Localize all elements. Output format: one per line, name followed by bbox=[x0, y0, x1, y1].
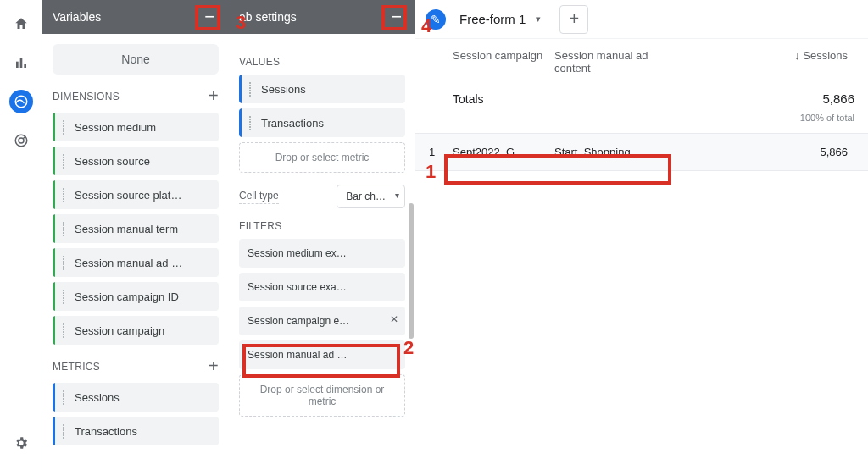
scrollbar[interactable] bbox=[409, 34, 414, 470]
variables-header: Variables − bbox=[42, 0, 229, 34]
collapse-variables-button[interactable]: − bbox=[201, 8, 219, 26]
dimensions-label: DIMENSIONS bbox=[53, 91, 120, 102]
explore-icon[interactable] bbox=[9, 90, 33, 113]
totals-value: 5,866 bbox=[484, 91, 854, 106]
row-sessions: 5,866 bbox=[682, 146, 854, 158]
dimension-chip[interactable]: Session manual ad … bbox=[53, 248, 219, 277]
tab-name[interactable]: Free-form 1 bbox=[454, 7, 544, 31]
cell-type-select[interactable]: Bar ch… bbox=[337, 185, 405, 208]
report-area: ✎ Free-form 1 + Session campaign Session… bbox=[415, 0, 868, 470]
filters-drop-zone[interactable]: Drop or select dimension or metric bbox=[239, 374, 405, 417]
row-ad-content: Start_Shopping_… bbox=[554, 146, 682, 158]
nav-rail bbox=[0, 0, 42, 470]
value-chip[interactable]: Transactions bbox=[239, 108, 405, 137]
table-row[interactable]: 1 Sept2022_G… Start_Shopping_… 5,866 bbox=[415, 133, 868, 171]
variables-panel: Variables − None DIMENSIONS + Session me… bbox=[42, 0, 229, 470]
filter-chip[interactable]: Session campaign e…✕ bbox=[239, 307, 405, 335]
values-label: VALUES bbox=[239, 56, 280, 68]
dimension-chip[interactable]: Session manual term bbox=[53, 214, 219, 243]
filters-label: FILTERS bbox=[239, 220, 282, 232]
cell-type-label: Cell type bbox=[239, 190, 279, 204]
svg-point-5 bbox=[19, 138, 24, 143]
advertising-icon[interactable] bbox=[9, 129, 33, 152]
row-index: 1 bbox=[429, 146, 453, 158]
filter-chip[interactable]: Session source exa… bbox=[239, 273, 405, 301]
table-headers: Session campaign Session manual ad conte… bbox=[415, 39, 868, 75]
metric-chip[interactable]: Sessions bbox=[53, 383, 219, 412]
home-icon[interactable] bbox=[9, 12, 33, 36]
svg-rect-0 bbox=[16, 62, 19, 68]
variables-title: Variables bbox=[53, 10, 101, 24]
add-tab-button[interactable]: + bbox=[559, 5, 588, 34]
dimension-chip[interactable]: Session source plat… bbox=[53, 180, 219, 209]
filter-chip[interactable]: Session medium ex… bbox=[239, 239, 405, 268]
totals-label: Totals bbox=[429, 92, 484, 106]
column-session-manual-ad-content[interactable]: Session manual ad content bbox=[554, 49, 682, 75]
tab-settings-title: ab settings bbox=[239, 10, 297, 24]
dimension-chip[interactable]: Session medium bbox=[53, 113, 219, 141]
svg-rect-2 bbox=[24, 64, 26, 68]
column-session-campaign[interactable]: Session campaign bbox=[453, 49, 554, 62]
tab-settings-panel: ab settings − VALUES Sessions Transactio… bbox=[229, 0, 415, 470]
dimension-chip[interactable]: Session source bbox=[53, 147, 219, 175]
value-chip[interactable]: Sessions bbox=[239, 75, 405, 103]
filter-chip[interactable]: Session manual ad … bbox=[239, 340, 405, 369]
metric-chip[interactable]: Transactions bbox=[53, 417, 219, 445]
values-drop-zone[interactable]: Drop or select metric bbox=[239, 142, 405, 173]
edit-tab-icon[interactable]: ✎ bbox=[426, 9, 446, 30]
reports-icon[interactable] bbox=[9, 51, 33, 75]
collapse-tab-settings-button[interactable]: − bbox=[387, 8, 405, 26]
totals-sub: 100% of total bbox=[415, 113, 868, 133]
tab-settings-header: ab settings − bbox=[229, 0, 415, 34]
metrics-label: METRICS bbox=[53, 361, 100, 373]
segments-none[interactable]: None bbox=[53, 44, 219, 75]
svg-rect-1 bbox=[19, 58, 22, 68]
add-dimension-button[interactable]: + bbox=[209, 86, 219, 106]
remove-filter-icon[interactable]: ✕ bbox=[390, 313, 398, 325]
column-sessions[interactable]: Sessions bbox=[682, 49, 854, 62]
settings-icon[interactable] bbox=[9, 431, 33, 455]
dimension-chip[interactable]: Session campaign bbox=[53, 316, 219, 345]
dimension-chip[interactable]: Session campaign ID bbox=[53, 282, 219, 311]
row-campaign: Sept2022_G… bbox=[453, 146, 554, 158]
add-metric-button[interactable]: + bbox=[209, 357, 219, 376]
